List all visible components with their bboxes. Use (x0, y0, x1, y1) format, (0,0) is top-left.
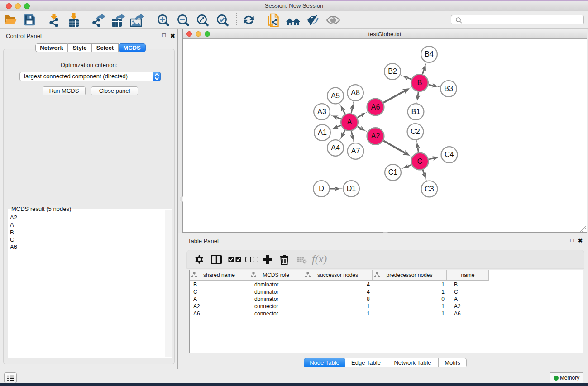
svg-text:A: A (347, 118, 352, 126)
svg-text:B4: B4 (425, 50, 434, 58)
svg-text:B2: B2 (388, 67, 397, 75)
svg-text:A4: A4 (331, 144, 340, 152)
svg-text:D: D (319, 185, 324, 192)
svg-text:A1: A1 (318, 129, 327, 136)
svg-text:C1: C1 (388, 168, 398, 176)
svg-text:A6: A6 (371, 103, 380, 111)
svg-text:A7: A7 (351, 147, 360, 155)
svg-text:A2: A2 (371, 132, 380, 140)
svg-text:A8: A8 (351, 89, 360, 96)
svg-text:B1: B1 (411, 108, 421, 115)
svg-text:A5: A5 (331, 92, 340, 100)
svg-text:B: B (417, 79, 422, 86)
svg-text:C4: C4 (445, 151, 454, 158)
svg-text:C: C (417, 157, 423, 165)
svg-text:C2: C2 (411, 128, 420, 135)
svg-text:D1: D1 (347, 185, 356, 192)
svg-text:A3: A3 (317, 108, 326, 115)
svg-text:C3: C3 (425, 185, 434, 193)
svg-text:B3: B3 (444, 85, 453, 92)
